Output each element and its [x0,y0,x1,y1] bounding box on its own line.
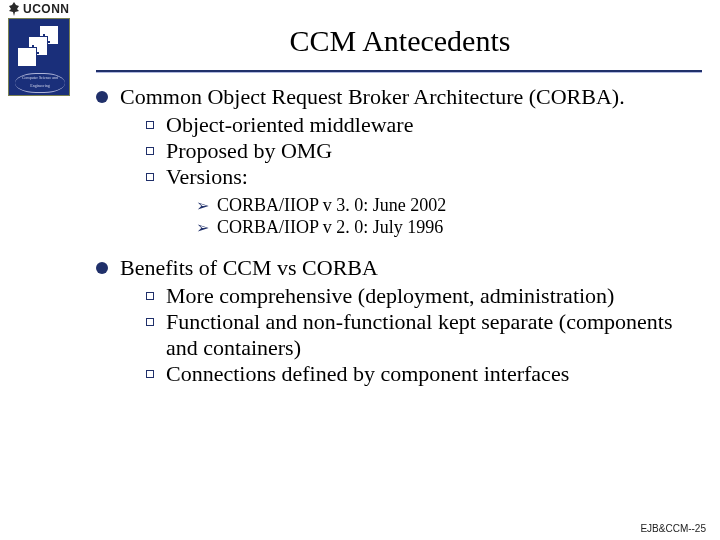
oak-leaf-icon [8,2,20,16]
square-bullet-icon [146,318,154,326]
lvl1-text: Common Object Request Broker Architectur… [120,84,625,110]
list-item: Connections defined by component interfa… [146,361,702,387]
list-item: Functional and non-functional kept separ… [146,309,702,361]
org-label: UCONN [8,2,86,16]
lvl3-text: CORBA/IIOP v 2. 0: July 1996 [217,216,443,239]
dept-seal: Computer Science and Engineering [15,73,65,93]
slide-footer: EJB&CCM--25 [640,523,706,534]
square-bullet-icon [146,173,154,181]
list-item: ➢ CORBA/IIOP v 2. 0: July 1996 [196,216,702,239]
arrow-bullet-icon: ➢ [196,218,209,237]
disc-bullet-icon [96,262,108,274]
slide-body: Common Object Request Broker Architectur… [96,84,702,403]
square-bullet-icon [146,292,154,300]
square-bullet-icon [146,147,154,155]
title-divider [96,70,702,73]
lvl1-text: Benefits of CCM vs CORBA [120,255,378,281]
disc-bullet-icon [96,91,108,103]
lvl2-text: Functional and non-functional kept separ… [166,309,702,361]
list-item: ➢ CORBA/IIOP v 3. 0: June 2002 [196,194,702,217]
arrow-bullet-icon: ➢ [196,196,209,215]
lvl3-text: CORBA/IIOP v 3. 0: June 2002 [217,194,446,217]
lvl2-text: More comprehensive (deployment, administ… [166,283,614,309]
lvl2-text: Object-oriented middleware [166,112,413,138]
list-item: Proposed by OMG [146,138,702,164]
list-item: Benefits of CCM vs CORBA More comprehens… [96,255,702,387]
logo-area: UCONN Computer Science and Engineering [8,2,86,96]
lvl2-text: Connections defined by component interfa… [166,361,569,387]
list-item: Object-oriented middleware [146,112,702,138]
square-bullet-icon [146,370,154,378]
dept-logo: Computer Science and Engineering [8,18,70,96]
lvl2-text: Proposed by OMG [166,138,332,164]
slide-title: CCM Antecedents [100,24,700,58]
square-bullet-icon [146,121,154,129]
list-item: More comprehensive (deployment, administ… [146,283,702,309]
list-item: Common Object Request Broker Architectur… [96,84,702,239]
lvl2-text: Versions: [166,164,248,190]
org-text: UCONN [23,2,70,16]
list-item: Versions: [146,164,702,190]
